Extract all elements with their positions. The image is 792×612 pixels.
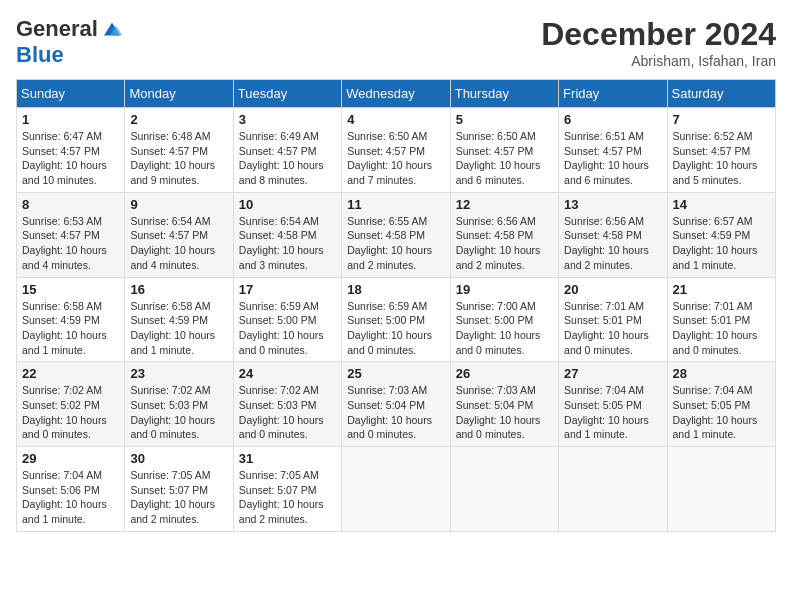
day-header-sunday: Sunday: [17, 80, 125, 108]
calendar-cell: 17 Sunrise: 6:59 AM Sunset: 5:00 PM Dayl…: [233, 277, 341, 362]
calendar-cell: 23 Sunrise: 7:02 AM Sunset: 5:03 PM Dayl…: [125, 362, 233, 447]
day-info: Sunrise: 6:47 AM Sunset: 4:57 PM Dayligh…: [22, 129, 119, 188]
day-number: 18: [347, 282, 444, 297]
day-info: Sunrise: 6:52 AM Sunset: 4:57 PM Dayligh…: [673, 129, 770, 188]
day-number: 13: [564, 197, 661, 212]
day-info: Sunrise: 7:04 AM Sunset: 5:05 PM Dayligh…: [673, 383, 770, 442]
calendar-table: SundayMondayTuesdayWednesdayThursdayFrid…: [16, 79, 776, 532]
logo-icon: [100, 19, 124, 39]
day-info: Sunrise: 7:03 AM Sunset: 5:04 PM Dayligh…: [347, 383, 444, 442]
day-number: 29: [22, 451, 119, 466]
logo-blue-text: Blue: [16, 42, 64, 68]
day-info: Sunrise: 7:02 AM Sunset: 5:03 PM Dayligh…: [239, 383, 336, 442]
day-number: 19: [456, 282, 553, 297]
day-number: 8: [22, 197, 119, 212]
calendar-cell: 10 Sunrise: 6:54 AM Sunset: 4:58 PM Dayl…: [233, 192, 341, 277]
day-info: Sunrise: 6:53 AM Sunset: 4:57 PM Dayligh…: [22, 214, 119, 273]
calendar-cell: 6 Sunrise: 6:51 AM Sunset: 4:57 PM Dayli…: [559, 108, 667, 193]
day-info: Sunrise: 6:51 AM Sunset: 4:57 PM Dayligh…: [564, 129, 661, 188]
calendar-cell: 28 Sunrise: 7:04 AM Sunset: 5:05 PM Dayl…: [667, 362, 775, 447]
week-row-5: 29 Sunrise: 7:04 AM Sunset: 5:06 PM Dayl…: [17, 447, 776, 532]
day-header-monday: Monday: [125, 80, 233, 108]
day-info: Sunrise: 6:54 AM Sunset: 4:57 PM Dayligh…: [130, 214, 227, 273]
day-number: 12: [456, 197, 553, 212]
day-number: 30: [130, 451, 227, 466]
calendar-cell: [342, 447, 450, 532]
day-number: 26: [456, 366, 553, 381]
day-number: 4: [347, 112, 444, 127]
calendar-cell: 26 Sunrise: 7:03 AM Sunset: 5:04 PM Dayl…: [450, 362, 558, 447]
day-info: Sunrise: 6:58 AM Sunset: 4:59 PM Dayligh…: [22, 299, 119, 358]
calendar-cell: 14 Sunrise: 6:57 AM Sunset: 4:59 PM Dayl…: [667, 192, 775, 277]
day-info: Sunrise: 7:02 AM Sunset: 5:02 PM Dayligh…: [22, 383, 119, 442]
day-info: Sunrise: 7:03 AM Sunset: 5:04 PM Dayligh…: [456, 383, 553, 442]
calendar-cell: 27 Sunrise: 7:04 AM Sunset: 5:05 PM Dayl…: [559, 362, 667, 447]
calendar-cell: 20 Sunrise: 7:01 AM Sunset: 5:01 PM Dayl…: [559, 277, 667, 362]
calendar-cell: 7 Sunrise: 6:52 AM Sunset: 4:57 PM Dayli…: [667, 108, 775, 193]
day-info: Sunrise: 6:57 AM Sunset: 4:59 PM Dayligh…: [673, 214, 770, 273]
calendar-cell: 11 Sunrise: 6:55 AM Sunset: 4:58 PM Dayl…: [342, 192, 450, 277]
day-number: 6: [564, 112, 661, 127]
calendar-cell: 5 Sunrise: 6:50 AM Sunset: 4:57 PM Dayli…: [450, 108, 558, 193]
day-info: Sunrise: 7:01 AM Sunset: 5:01 PM Dayligh…: [564, 299, 661, 358]
day-info: Sunrise: 6:56 AM Sunset: 4:58 PM Dayligh…: [456, 214, 553, 273]
calendar-cell: 9 Sunrise: 6:54 AM Sunset: 4:57 PM Dayli…: [125, 192, 233, 277]
calendar-cell: 29 Sunrise: 7:04 AM Sunset: 5:06 PM Dayl…: [17, 447, 125, 532]
week-row-3: 15 Sunrise: 6:58 AM Sunset: 4:59 PM Dayl…: [17, 277, 776, 362]
day-number: 28: [673, 366, 770, 381]
day-number: 20: [564, 282, 661, 297]
day-number: 5: [456, 112, 553, 127]
calendar-cell: 19 Sunrise: 7:00 AM Sunset: 5:00 PM Dayl…: [450, 277, 558, 362]
day-number: 22: [22, 366, 119, 381]
day-number: 27: [564, 366, 661, 381]
calendar-cell: 2 Sunrise: 6:48 AM Sunset: 4:57 PM Dayli…: [125, 108, 233, 193]
day-info: Sunrise: 6:48 AM Sunset: 4:57 PM Dayligh…: [130, 129, 227, 188]
day-info: Sunrise: 7:05 AM Sunset: 5:07 PM Dayligh…: [130, 468, 227, 527]
day-number: 2: [130, 112, 227, 127]
day-number: 15: [22, 282, 119, 297]
day-info: Sunrise: 7:02 AM Sunset: 5:03 PM Dayligh…: [130, 383, 227, 442]
calendar-header-row: SundayMondayTuesdayWednesdayThursdayFrid…: [17, 80, 776, 108]
calendar-cell: 21 Sunrise: 7:01 AM Sunset: 5:01 PM Dayl…: [667, 277, 775, 362]
week-row-4: 22 Sunrise: 7:02 AM Sunset: 5:02 PM Dayl…: [17, 362, 776, 447]
day-number: 23: [130, 366, 227, 381]
day-header-saturday: Saturday: [667, 80, 775, 108]
day-number: 14: [673, 197, 770, 212]
day-info: Sunrise: 6:49 AM Sunset: 4:57 PM Dayligh…: [239, 129, 336, 188]
day-number: 31: [239, 451, 336, 466]
day-info: Sunrise: 6:56 AM Sunset: 4:58 PM Dayligh…: [564, 214, 661, 273]
day-info: Sunrise: 7:04 AM Sunset: 5:05 PM Dayligh…: [564, 383, 661, 442]
day-info: Sunrise: 7:04 AM Sunset: 5:06 PM Dayligh…: [22, 468, 119, 527]
day-number: 9: [130, 197, 227, 212]
day-header-thursday: Thursday: [450, 80, 558, 108]
day-info: Sunrise: 6:59 AM Sunset: 5:00 PM Dayligh…: [239, 299, 336, 358]
calendar-cell: 4 Sunrise: 6:50 AM Sunset: 4:57 PM Dayli…: [342, 108, 450, 193]
calendar-cell: [450, 447, 558, 532]
day-info: Sunrise: 6:59 AM Sunset: 5:00 PM Dayligh…: [347, 299, 444, 358]
day-header-friday: Friday: [559, 80, 667, 108]
calendar-cell: [667, 447, 775, 532]
day-info: Sunrise: 6:50 AM Sunset: 4:57 PM Dayligh…: [456, 129, 553, 188]
calendar-cell: 1 Sunrise: 6:47 AM Sunset: 4:57 PM Dayli…: [17, 108, 125, 193]
day-info: Sunrise: 6:55 AM Sunset: 4:58 PM Dayligh…: [347, 214, 444, 273]
week-row-1: 1 Sunrise: 6:47 AM Sunset: 4:57 PM Dayli…: [17, 108, 776, 193]
day-number: 11: [347, 197, 444, 212]
calendar-cell: [559, 447, 667, 532]
day-number: 24: [239, 366, 336, 381]
day-info: Sunrise: 6:50 AM Sunset: 4:57 PM Dayligh…: [347, 129, 444, 188]
page-header: General Blue December 2024 Abrisham, Isf…: [16, 16, 776, 69]
calendar-cell: 30 Sunrise: 7:05 AM Sunset: 5:07 PM Dayl…: [125, 447, 233, 532]
day-info: Sunrise: 6:58 AM Sunset: 4:59 PM Dayligh…: [130, 299, 227, 358]
calendar-cell: 22 Sunrise: 7:02 AM Sunset: 5:02 PM Dayl…: [17, 362, 125, 447]
logo-general-text: General: [16, 16, 98, 42]
day-info: Sunrise: 6:54 AM Sunset: 4:58 PM Dayligh…: [239, 214, 336, 273]
day-info: Sunrise: 7:01 AM Sunset: 5:01 PM Dayligh…: [673, 299, 770, 358]
month-title: December 2024: [541, 16, 776, 53]
calendar-cell: 8 Sunrise: 6:53 AM Sunset: 4:57 PM Dayli…: [17, 192, 125, 277]
day-number: 7: [673, 112, 770, 127]
day-header-wednesday: Wednesday: [342, 80, 450, 108]
day-number: 21: [673, 282, 770, 297]
week-row-2: 8 Sunrise: 6:53 AM Sunset: 4:57 PM Dayli…: [17, 192, 776, 277]
day-info: Sunrise: 7:00 AM Sunset: 5:00 PM Dayligh…: [456, 299, 553, 358]
day-number: 10: [239, 197, 336, 212]
